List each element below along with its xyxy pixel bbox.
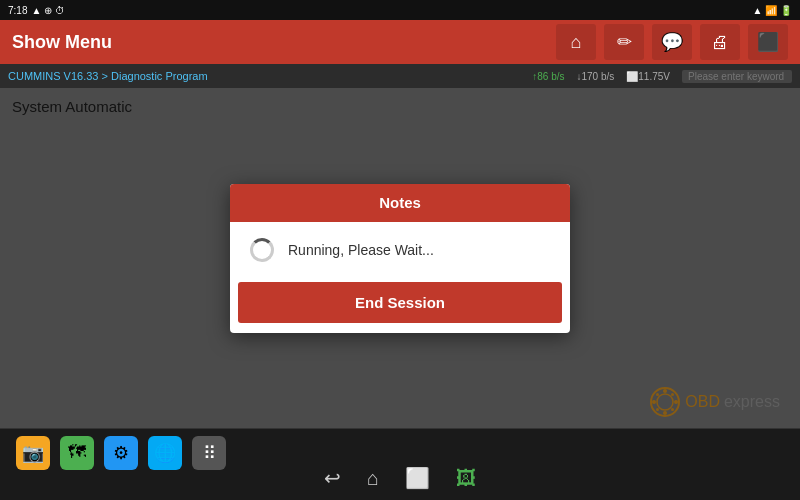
modal-header: Notes <box>230 184 570 222</box>
status-wifi: ▲ 📶 🔋 <box>753 5 792 16</box>
header: Show Menu ⌂ ✏ 💬 🖨 ⬛ <box>0 20 800 64</box>
active-nav-icon[interactable]: 🖼 <box>452 463 480 494</box>
home-button[interactable]: ⌂ <box>556 24 596 60</box>
modal-overlay: Notes Running, Please Wait... End Sessio… <box>0 88 800 428</box>
keyword-search-input[interactable] <box>682 70 792 83</box>
modal-title: Notes <box>379 194 421 211</box>
breadcrumb-bar: CUMMINS V16.33 > Diagnostic Program ↑86 … <box>0 64 800 88</box>
edit-button[interactable]: ✏ <box>604 24 644 60</box>
modal-body: Running, Please Wait... <box>230 222 570 278</box>
download-speed: ↓170 b/s <box>576 71 614 82</box>
recents-nav-icon[interactable]: ⬜ <box>401 462 434 494</box>
voltage: ⬜11.75V <box>626 71 670 82</box>
chat-button[interactable]: 💬 <box>652 24 692 60</box>
main-content: System Automatic Notes Running, Please W… <box>0 88 800 428</box>
taskbar-apps: 📷 🗺 ⚙ 🌐 ⠿ <box>16 436 226 470</box>
back-nav-icon[interactable]: ↩ <box>320 462 345 494</box>
status-bar: 7:18 ▲ ⊕ ⏱ ▲ 📶 🔋 <box>0 0 800 20</box>
status-icons: ▲ ⊕ ⏱ <box>31 5 64 16</box>
taskbar-network-icon[interactable]: 🌐 <box>148 436 182 470</box>
modal-message: Running, Please Wait... <box>288 242 434 258</box>
taskbar: 📷 🗺 ⚙ 🌐 ⠿ ↩ ⌂ ⬜ 🖼 <box>0 428 800 476</box>
end-session-button[interactable]: End Session <box>238 282 562 323</box>
home-nav-icon[interactable]: ⌂ <box>363 463 383 494</box>
status-time: 7:18 <box>8 5 27 16</box>
export-button[interactable]: ⬛ <box>748 24 788 60</box>
print-button[interactable]: 🖨 <box>700 24 740 60</box>
taskbar-camera-icon[interactable]: 📷 <box>16 436 50 470</box>
taskbar-nav: ↩ ⌂ ⬜ 🖼 <box>320 462 480 494</box>
taskbar-map-icon[interactable]: 🗺 <box>60 436 94 470</box>
header-title: Show Menu <box>12 32 548 53</box>
loading-spinner <box>250 238 274 262</box>
modal-dialog: Notes Running, Please Wait... End Sessio… <box>230 184 570 333</box>
breadcrumb-text: CUMMINS V16.33 > Diagnostic Program <box>8 70 208 82</box>
taskbar-settings-icon[interactable]: ⚙ <box>104 436 138 470</box>
wifi-speed: ↑86 b/s <box>532 71 564 82</box>
taskbar-apps-icon[interactable]: ⠿ <box>192 436 226 470</box>
